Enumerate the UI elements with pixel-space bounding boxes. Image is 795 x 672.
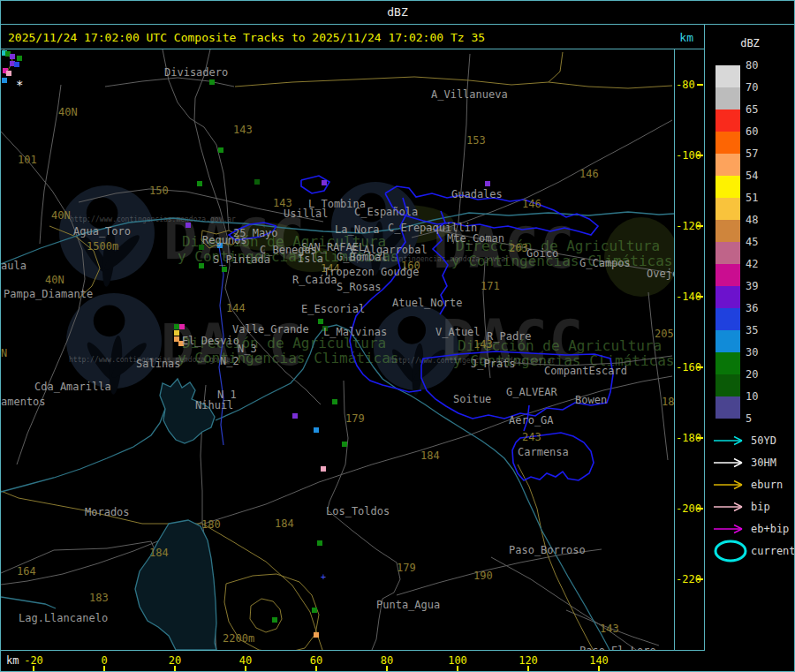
map-place-label: Cda_Amarilla — [34, 381, 111, 393]
map-route-label: 171 — [481, 280, 500, 292]
map-route-label: 184 — [420, 449, 440, 462]
river-line — [1, 409, 165, 492]
bottom-axis-tick-label: -20 — [24, 654, 43, 667]
map-place-label: R_Padre — [487, 330, 532, 343]
legend-label: bip — [751, 501, 770, 513]
right-axis-tick — [697, 508, 703, 510]
map-place-label: CompantEscard — [544, 365, 627, 377]
scale-color-block — [716, 396, 740, 419]
legend-bip-arrow-icon — [712, 501, 751, 513]
bottom-axis-tick-label: 120 — [519, 654, 538, 667]
bottom-axis-tick-label: 80 — [381, 654, 393, 667]
map-route-label: 143 — [233, 124, 253, 136]
map-place-label: V_Atuel — [435, 326, 481, 338]
map-route-label: 40N — [58, 106, 78, 118]
map-route-label: 101 — [18, 154, 37, 166]
bottom-axis-tick — [386, 666, 388, 671]
legend-label: current — [751, 545, 795, 557]
map-place-label: Salinas — [136, 358, 181, 370]
right-axis-tick — [697, 578, 703, 580]
map-place-label: Morados — [85, 506, 130, 518]
map-place-label: C_Española — [354, 206, 418, 218]
right-axis-tick — [697, 225, 703, 227]
map-place-label: Goico — [526, 247, 558, 260]
storm-cell — [317, 540, 322, 546]
map-route-label: 179 — [345, 412, 365, 425]
bottom-axis-unit: km — [6, 654, 19, 667]
radar-app-window: dBZ 2025/11/24 17:02:00 UTC Composite Tr… — [0, 0, 795, 672]
river-line — [135, 520, 216, 650]
storm-cell — [342, 442, 347, 447]
scale-tick-label: 54 — [746, 170, 758, 181]
storm-cell — [314, 427, 319, 433]
right-axis-tick-label: -80 — [676, 79, 695, 90]
map-route-label: N — [1, 347, 7, 359]
map-place-label: aula — [1, 260, 26, 272]
scale-color-block — [716, 352, 740, 374]
map-place-label: R_Caída — [292, 274, 337, 286]
storm-cell — [197, 181, 202, 186]
bottom-axis-tick-label: 100 — [448, 654, 467, 667]
scale-tick-label: 20 — [746, 369, 758, 380]
storm-cell — [254, 179, 260, 185]
map-route-label: 183 — [89, 592, 109, 604]
bottom-axis-tick — [33, 666, 34, 671]
scale-color-block — [716, 308, 740, 330]
legend-label: eb+bip — [751, 523, 789, 535]
map-route-label: 146 — [579, 168, 599, 180]
right-axis-tick — [697, 84, 703, 86]
bottom-axis-tick-label: 60 — [310, 654, 322, 667]
storm-cell — [17, 56, 22, 61]
road-line — [648, 292, 668, 460]
plus-mark: + — [321, 572, 326, 582]
scale-tick-label: 48 — [746, 215, 758, 225]
scale-color-block — [716, 374, 740, 396]
bottom-axis-tick — [103, 666, 105, 671]
map-place-label: Mte_Coman — [447, 232, 504, 245]
map-place-label: Guadales — [451, 188, 503, 200]
bottom-axis-tick-label: 40 — [239, 654, 252, 667]
bottom-axis-tick — [598, 666, 600, 671]
map-route-label: 203 — [509, 242, 528, 254]
map-route-label: 180 — [201, 518, 221, 531]
storm-cell — [218, 147, 223, 153]
legend-current-ellipse-icon — [710, 537, 751, 565]
map-route-label: 243 — [522, 431, 541, 443]
scale-tick-label: 35 — [746, 325, 758, 336]
storm-cell — [222, 267, 227, 272]
right-axis: -80-100-120-140-160-180-200-220 — [674, 49, 705, 650]
scale-tick-label: 57 — [746, 148, 758, 159]
right-axis-tick — [697, 155, 703, 156]
radar-map: DACCDACCDACCDACCDirección de Agricultura… — [1, 49, 674, 650]
map-place-label: Bowen — [575, 394, 607, 406]
km-unit-label: km — [679, 31, 693, 44]
map-route-label: 150 — [149, 185, 169, 197]
map-route-label: 184 — [149, 547, 169, 559]
legend-eb+bip-arrow-icon — [712, 523, 751, 535]
legend-label: 30HM — [751, 457, 776, 469]
scale-tick-label: 36 — [746, 303, 758, 313]
timestamp-text: 2025/11/24 17:02:00 UTC Composite Tracks… — [8, 31, 485, 44]
map-place-label: Usillal — [284, 208, 329, 220]
storm-cell — [199, 263, 204, 268]
storm-cell — [292, 413, 298, 419]
map-place-label: S_Rosas — [337, 281, 382, 293]
scale-title: dBZ — [705, 37, 795, 49]
storm-cell — [321, 466, 326, 472]
map-place-label: Nihuil — [195, 399, 233, 412]
right-axis-tick — [697, 296, 703, 298]
map-place-label: Carmensa — [518, 446, 569, 458]
right-axis-tick — [697, 437, 703, 439]
storm-cell — [14, 62, 19, 67]
map-route-label: 164 — [17, 565, 36, 578]
scale-tick-label: 65 — [746, 104, 758, 115]
map-place-label: Lag.Llancanelo — [19, 612, 108, 624]
status-bar: 2025/11/24 17:02:00 UTC Composite Tracks… — [1, 25, 705, 49]
scale-color-block — [716, 176, 740, 198]
legend-eburn-arrow-icon — [712, 479, 751, 491]
map-route-label: 179 — [397, 562, 416, 574]
map-place-label: J_Prats — [471, 358, 516, 370]
scale-color-block — [716, 242, 740, 264]
route-road-line — [235, 52, 563, 87]
storm-cell — [174, 324, 179, 329]
